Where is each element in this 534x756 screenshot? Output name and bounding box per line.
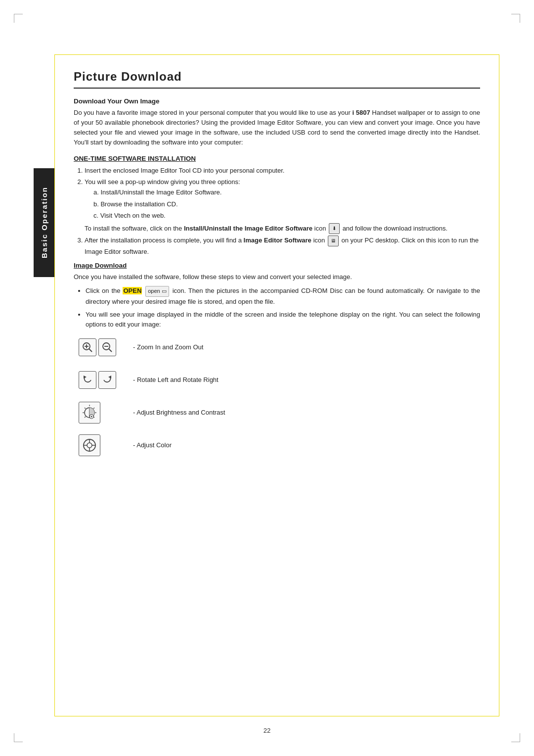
onetime-step-2-text: You will see a pop-up window giving you … (85, 178, 240, 186)
main-content-box: Picture Download Download Your Own Image… (54, 54, 499, 716)
page-title: Picture Download (74, 70, 480, 84)
zoom-description: - Zoom In and Zoom Out (133, 343, 203, 352)
zoom-in-icon (79, 338, 96, 356)
open-icon: open ▭ (145, 286, 169, 296)
install-bold: Install/Uninstall the Image Editor Softw… (184, 225, 312, 232)
svg-line-16 (85, 417, 86, 418)
rotate-right-icon (98, 371, 116, 389)
icon-row-rotate: - Rotate Left and Rotate Right (79, 368, 480, 392)
bullet-display: You will see your image displayed in the… (86, 310, 480, 330)
rotate-left-icon (79, 371, 96, 389)
download-body-text: Do you have a favorite image stored in y… (74, 108, 480, 148)
adjust-color-svg (81, 436, 98, 454)
onetime-step-1-text: Insert the enclosed Image Editor Tool CD… (85, 167, 284, 174)
bullet-open: Click on the OPEN open ▭ icon. Then the … (86, 286, 480, 306)
install-suffix: and follow the download instructions. (343, 225, 447, 232)
icon-row-brightness: - Adjust Brightness and Contrast (79, 401, 480, 425)
image-download-section: Image Download (74, 262, 480, 269)
image-download-bullets: Click on the OPEN open ▭ icon. Then the … (86, 286, 480, 330)
install-instruction: To install the software, click on the In… (85, 223, 480, 235)
color-icon-group (79, 434, 123, 456)
zoom-out-svg (101, 341, 114, 354)
adjust-color-icon (79, 434, 100, 456)
svg-line-13 (85, 408, 86, 409)
install-prefix: To install the software, click on the (85, 225, 184, 232)
svg-point-18 (91, 416, 92, 417)
svg-point-20 (87, 443, 92, 448)
icon-options-section: - Zoom In and Zoom Out - Rotate (79, 335, 480, 457)
bullet-display-text: You will see your image displayed in the… (86, 311, 480, 328)
sub-option-b: b. Browse the installation CD. (93, 199, 480, 209)
rotate-right-svg (101, 374, 114, 386)
page-number: 22 (264, 727, 270, 734)
brightness-description: - Adjust Brightness and Contrast (133, 408, 225, 417)
brightness-contrast-svg (81, 404, 98, 422)
rotate-left-svg (81, 374, 94, 386)
brightness-icon-group (79, 402, 123, 424)
section-download-heading-text: Download Your Own Image (74, 97, 160, 105)
corner-mark-bl (14, 733, 23, 742)
icon-row-color: - Adjust Color (79, 433, 480, 457)
sub-options-list: a. Install/Uninstall the Image Editor So… (93, 187, 480, 221)
sidebar: Basic Operation (34, 168, 54, 277)
onetime-step-3: After the installation process is comple… (85, 235, 480, 257)
zoom-out-icon (98, 338, 116, 356)
sub-option-a: a. Install/Uninstall the Image Editor So… (93, 187, 480, 197)
open-icon-label: open (148, 287, 160, 295)
onetime-step-2: You will see a pop-up window giving you … (85, 177, 480, 234)
onetime-step-1: Insert the enclosed Image Editor Tool CD… (85, 165, 480, 176)
bullet-open-suffix: icon. Then the pictures in the accompani… (86, 287, 480, 305)
onetime-step-3-prefix: After the installation process is comple… (85, 236, 244, 244)
zoom-in-svg (81, 341, 94, 354)
image-download-intro: Once you have installed the software, fo… (74, 272, 480, 282)
open-highlight: OPEN (123, 287, 142, 294)
download-body-text-1: Do you have a favorite image stored in y… (74, 109, 352, 116)
section-download-heading: Download Your Own Image (74, 97, 480, 105)
desktop-icon: 🖥 (328, 236, 339, 246)
svg-line-11 (93, 408, 94, 409)
color-description: - Adjust Color (133, 441, 172, 450)
svg-marker-8 (108, 376, 111, 378)
svg-line-3 (89, 349, 92, 352)
install-icon: ⬇ (329, 223, 340, 234)
svg-line-6 (109, 349, 112, 352)
rotate-description: - Rotate Left and Rotate Right (133, 376, 219, 384)
sidebar-label: Basic Operation (40, 187, 48, 258)
title-rule (74, 88, 480, 89)
sub-option-c: c. Visit Vtech on the web. (93, 210, 480, 221)
bullet-open-prefix: Click on the (86, 287, 123, 294)
section-onetime-heading-text: ONE-TIME SOFTWARE INSTALLATION (74, 155, 196, 162)
model-number: i 5807 (352, 109, 370, 116)
onetime-steps-list: Insert the enclosed Image Editor Tool CD… (85, 165, 480, 257)
corner-mark-tl (14, 14, 23, 23)
corner-mark-tr (511, 14, 520, 23)
image-editor-bold: Image Editor Software (244, 236, 312, 244)
image-download-heading: Image Download (74, 262, 127, 269)
icon-row-zoom: - Zoom In and Zoom Out (79, 335, 480, 359)
corner-mark-br (511, 733, 520, 742)
svg-marker-7 (84, 376, 87, 378)
brightness-contrast-icon (79, 402, 100, 424)
zoom-icon-group (79, 338, 123, 356)
install-icon-placeholder: icon ⬇ (314, 225, 343, 232)
open-icon-graphic: ▭ (162, 287, 167, 295)
rotate-icon-group (79, 371, 123, 389)
section-onetime-heading: ONE-TIME SOFTWARE INSTALLATION (74, 155, 480, 162)
